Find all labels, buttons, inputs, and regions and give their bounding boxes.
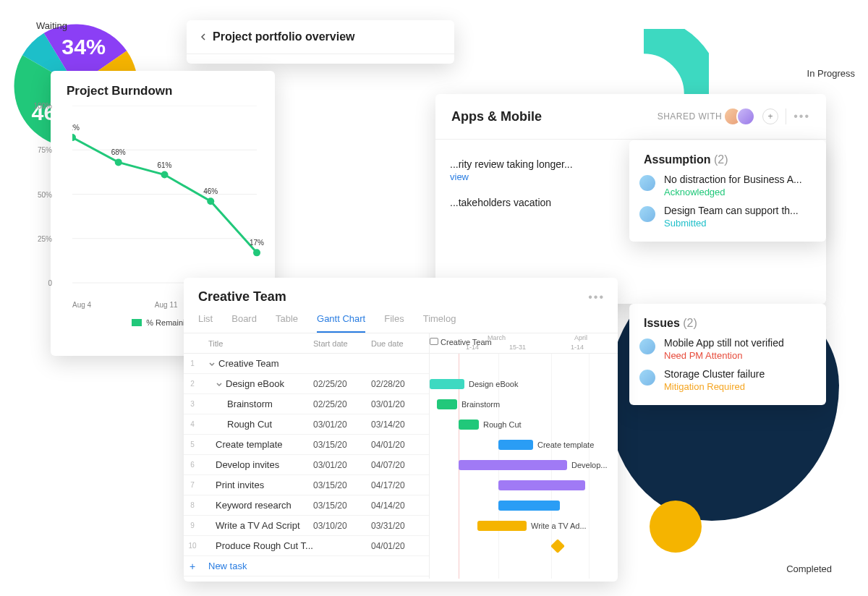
avatar <box>638 337 657 356</box>
gantt-row[interactable]: 9Write a TV Ad Script03/10/2003/31/20 <box>184 516 429 536</box>
issues-title: Issues <box>644 317 680 329</box>
issues-count: (2) <box>683 317 697 329</box>
tab-table[interactable]: Table <box>276 313 298 333</box>
col-due: Due date <box>371 339 429 348</box>
assumption-card: Assumption (2) No distraction for Busine… <box>629 140 826 242</box>
issues-card: Issues (2) Mobile App still not verified… <box>629 304 826 405</box>
col-start: Start date <box>313 339 371 348</box>
tab-files[interactable]: Files <box>384 313 404 333</box>
card-item[interactable]: No distraction for Business A...Acknowle… <box>644 166 812 197</box>
gantt-row[interactable]: 2Design eBook02/25/2002/28/20 <box>184 374 429 394</box>
svg-text:82%: 82% <box>72 124 80 132</box>
avatar <box>638 205 657 224</box>
svg-text:34%: 34% <box>61 34 106 59</box>
gantt-bar[interactable] <box>459 460 567 470</box>
portfolio-title: Project portfolio overview <box>213 30 354 43</box>
card-item[interactable]: Mobile App still not verifiedNeed PM Att… <box>644 330 812 361</box>
assumption-count: (2) <box>714 153 728 166</box>
col-title: Title <box>201 339 313 348</box>
legend-swatch <box>132 319 142 326</box>
tab-board[interactable]: Board <box>231 313 257 333</box>
tab-gantt-chart[interactable]: Gantt Chart <box>317 313 365 333</box>
gantt-bar-label: Brainstorm <box>461 400 500 409</box>
risk-item[interactable]: ...takeholders vacation <box>450 190 624 217</box>
pie-label-waiting: Waiting <box>36 20 67 31</box>
svg-text:17%: 17% <box>250 239 264 247</box>
decorative-circle <box>650 501 702 553</box>
gantt-row[interactable]: 4Rough Cut03/01/2003/14/20 <box>184 414 429 435</box>
shared-avatars <box>729 107 755 126</box>
new-task-label: New task <box>201 561 313 571</box>
avatar <box>638 368 657 387</box>
portfolio-header[interactable]: Project portfolio overview <box>187 20 454 54</box>
gantt-folder-label: Creative Team <box>430 338 492 346</box>
svg-point-7 <box>115 158 122 166</box>
gantt-bar[interactable] <box>437 399 457 409</box>
gantt-panel: Creative Team ••• ListBoardTableGantt Ch… <box>184 278 618 582</box>
svg-point-13 <box>253 249 260 256</box>
gantt-bar-label: Design eBook <box>469 380 519 388</box>
gantt-bar-label: Create template <box>537 440 594 449</box>
pie-label-completed: Completed <box>786 563 832 574</box>
shared-with-label: SHARED WITH <box>658 111 723 122</box>
avatar <box>638 174 657 192</box>
gantt-row[interactable]: 8Keyword research03/15/2004/14/20 <box>184 495 429 516</box>
gantt-row[interactable]: 6Develop invites03/01/2004/07/20 <box>184 455 429 475</box>
folder-icon <box>430 338 438 345</box>
chevron-down-icon <box>216 380 223 388</box>
gantt-title: Creative Team <box>198 289 603 305</box>
gantt-bar[interactable] <box>459 420 479 430</box>
svg-text:61%: 61% <box>157 161 171 169</box>
gantt-bar[interactable] <box>477 521 527 531</box>
gantt-bar[interactable] <box>498 501 560 511</box>
gantt-row[interactable]: 1Creative Team <box>184 354 429 374</box>
gantt-more-button[interactable]: ••• <box>588 291 605 304</box>
svg-point-11 <box>207 197 214 205</box>
tab-timelog[interactable]: Timelog <box>423 313 456 333</box>
chevron-down-icon <box>208 360 216 367</box>
gantt-bar-label: Rough Cut <box>483 420 522 429</box>
svg-point-9 <box>161 171 169 179</box>
pie-label-inprogress: In Progress <box>807 68 855 79</box>
card-item[interactable]: Storage Cluster failureMitigation Requir… <box>644 361 812 392</box>
gantt-bar[interactable] <box>498 440 533 450</box>
avatar[interactable] <box>736 107 755 126</box>
gantt-row[interactable]: 10Produce Rough Cut T...04/01/20 <box>184 536 429 556</box>
gantt-bar-label: Write a TV Ad... <box>531 522 587 530</box>
gantt-bar[interactable] <box>498 480 585 490</box>
risk-item[interactable]: ...rity review taking longer...view <box>450 151 624 190</box>
tab-list[interactable]: List <box>198 313 213 333</box>
more-menu-button[interactable]: ••• <box>793 110 810 123</box>
gantt-row[interactable]: 3Brainstorm02/25/2003/01/20 <box>184 394 429 414</box>
new-task-row[interactable]: + New task <box>184 556 429 576</box>
burndown-title: Project Burndown <box>51 71 275 106</box>
svg-text:68%: 68% <box>111 148 126 156</box>
gantt-bar-label: Develop... <box>571 461 608 469</box>
risks-title: Apps & Mobile <box>451 109 542 124</box>
assumption-title: Assumption <box>644 153 710 166</box>
portfolio-overview-panel: Project portfolio overview <box>187 20 454 64</box>
divider <box>786 108 786 124</box>
svg-text:46%: 46% <box>203 187 218 195</box>
chevron-left-icon <box>200 33 207 41</box>
add-share-button[interactable]: + <box>762 108 778 124</box>
gantt-row[interactable]: 7Print invites03/15/2004/17/20 <box>184 475 429 495</box>
card-item[interactable]: Design Team can support th...Submitted <box>644 197 812 229</box>
gantt-row[interactable]: 5Create template03/15/2004/01/20 <box>184 435 429 455</box>
gantt-bar[interactable] <box>430 379 464 389</box>
